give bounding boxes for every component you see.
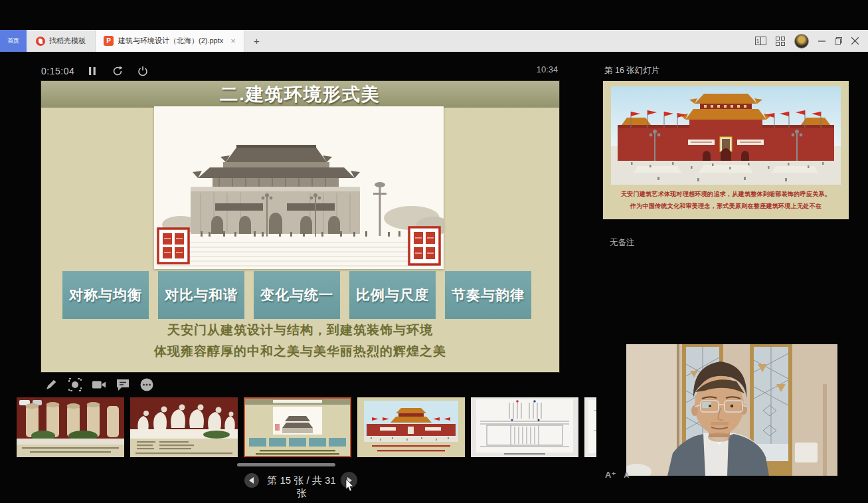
preview-caption-line1: 天安门建筑艺术体现对理想环境的追求，从建筑整体到细部装饰的呼应关系。 — [603, 190, 849, 199]
restore-icon[interactable] — [835, 37, 842, 45]
slide-title-band: 二.建筑环境形式美 — [41, 81, 559, 108]
camera-icon[interactable] — [92, 377, 106, 392]
notes-empty-label: 无备注 — [610, 237, 635, 249]
tiananmen-etching-image — [154, 106, 444, 269]
next-slide-preview[interactable]: 天安门建筑艺术体现对理想环境的追求，从建筑整体到细部装饰的呼应关系。 作为中国传… — [603, 81, 849, 219]
new-tab-button[interactable]: + — [244, 30, 269, 52]
user-avatar[interactable] — [794, 34, 809, 49]
tab-document-label: 建筑与环境设计（北海）(2).pptx — [118, 36, 223, 46]
docer-icon — [36, 37, 45, 46]
seal-left — [158, 229, 189, 263]
mouse-cursor — [345, 479, 355, 495]
grid-view-icon[interactable] — [776, 37, 785, 46]
laser-pointer-icon[interactable] — [68, 377, 82, 392]
next-slide-header: 第 16 张幻灯片 — [604, 65, 659, 76]
current-slide[interactable]: 二.建筑环境形式美 — [41, 81, 559, 372]
seal-right — [409, 227, 440, 264]
annotation-toolbar — [44, 377, 154, 392]
tab-document[interactable]: P 建筑与环境设计（北海）(2).pptx × — [95, 30, 244, 52]
slide-caption-line1: 天安门从建筑设计与结构，到建筑装饰与环境 — [41, 322, 559, 339]
close-window-icon[interactable] — [851, 37, 859, 45]
tab-template[interactable]: 找稻壳模板 — [27, 30, 95, 52]
notes-font-size-controls: A⁺ A — [605, 470, 629, 480]
thumbnail-slide-15-current[interactable] — [244, 397, 351, 457]
tab-home[interactable]: 首页 — [0, 30, 27, 52]
pen-icon[interactable] — [44, 377, 58, 392]
thumbnail-slide-14[interactable] — [130, 397, 238, 457]
presenter-timer-group: 0:15:04 — [41, 64, 150, 78]
prev-slide-button[interactable] — [244, 473, 259, 488]
principle-variation: 变化与统一 — [254, 271, 340, 319]
slide-caption-line2: 体现雍容醇厚的中和之美与美华丽热烈的辉煌之美 — [41, 343, 559, 360]
tab-template-label: 找稻壳模板 — [49, 36, 86, 46]
thumbnail-scrollbar[interactable] — [237, 463, 335, 466]
power-end-show-icon[interactable] — [135, 64, 150, 78]
design-principles-row: 对称与均衡 对比与和谐 变化与统一 比例与尺度 节奏与韵律 — [62, 271, 538, 319]
minimize-icon[interactable] — [818, 37, 825, 45]
thumbnail-slide-18-partial[interactable] — [584, 397, 596, 457]
window-controls: 1 — [755, 30, 868, 52]
pause-icon[interactable] — [85, 64, 100, 78]
tiananmen-photo — [611, 86, 841, 185]
principle-proportion: 比例与尺度 — [349, 271, 436, 319]
browser-tabbar: 首页 找稻壳模板 P 建筑与环境设计（北海）(2).pptx × + 1 — [0, 30, 868, 52]
layout-toggle-icon[interactable]: 1 — [755, 37, 766, 45]
font-increase-icon[interactable]: A⁺ — [605, 470, 616, 480]
slide-title: 二.建筑环境形式美 — [220, 82, 381, 106]
more-options-icon[interactable] — [139, 377, 154, 392]
timer-value: 0:15:04 — [41, 66, 74, 76]
ppt-file-icon: P — [104, 36, 114, 46]
font-decrease-icon[interactable]: A — [624, 471, 629, 479]
thumbnail-slide-17[interactable] — [471, 397, 578, 457]
page-indicator: 第 15 张 / 共 31 张 — [264, 474, 339, 500]
thumbnail-slide-13[interactable] — [17, 397, 124, 457]
wall-clock: 10:34 — [529, 64, 566, 74]
principle-rhythm: 节奏与韵律 — [445, 271, 531, 319]
slide-thumbnail-strip — [17, 397, 596, 458]
preview-caption-line2: 作为中国传统文化和审美理念，形式美原则在整座建筑环境上无处不在 — [603, 202, 849, 211]
svg-text:1: 1 — [756, 38, 759, 45]
comment-icon[interactable] — [116, 377, 130, 392]
restart-timer-icon[interactable] — [110, 64, 125, 78]
tab-home-label: 首页 — [7, 37, 19, 45]
thumbnail-slide-16[interactable] — [357, 397, 465, 457]
tab-close-icon[interactable]: × — [230, 36, 236, 46]
principle-symmetry: 对称与均衡 — [62, 271, 149, 319]
principle-contrast: 对比与和谐 — [158, 271, 244, 319]
presenter-webcam-video[interactable] — [626, 344, 837, 476]
